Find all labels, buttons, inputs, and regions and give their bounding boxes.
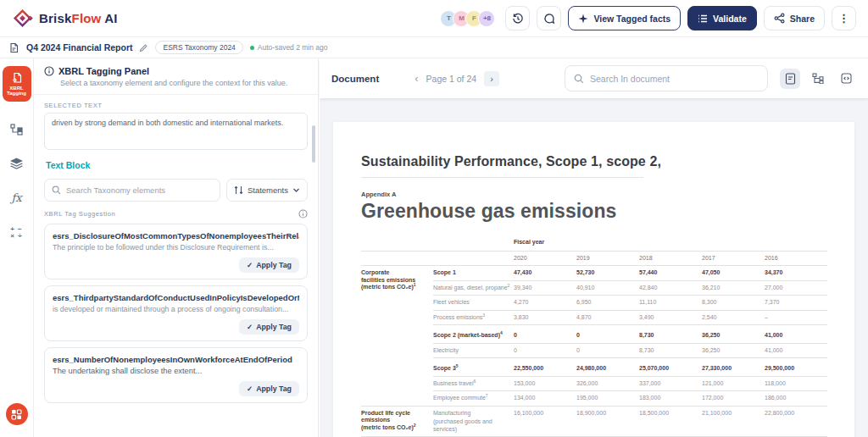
sidebar-item-taxonomy-tree[interactable] [10,124,24,136]
table-cell: 39,340 [514,280,576,296]
sidebar-item-formulas[interactable]: ƒx [11,191,21,204]
table-cell: 3,490 [639,310,702,325]
emissions-table: Fiscal year20202019201820172016Corporate… [361,235,827,437]
apply-tag-button[interactable]: Apply Tag [239,319,299,335]
table-cell: 22,800,000 [765,406,827,437]
info-icon[interactable] [298,209,308,218]
floating-action-button[interactable] [6,403,28,425]
brand-logo: BriskFlow AI [12,8,118,29]
more-options-button[interactable]: ⋮ [832,6,856,30]
table-cell: 3,830 [514,310,576,325]
taxonomy-search [44,179,220,202]
document-title: Q4 2024 Financial Report [26,42,132,53]
xbrl-tag-document-icon [11,72,23,84]
table-cell: 0 [576,325,639,344]
sidebar-item-xbrl-tagging[interactable]: XBRL Tagging [3,66,31,102]
table-cell: 57,440 [639,266,702,281]
table-cell [361,235,514,251]
table-cell: Scope 35 [433,358,514,377]
table-cell: Natural gas, diesel, propane2 [433,280,514,296]
table-cell: 41,000 [765,343,827,358]
taxonomy-search-input[interactable] [66,185,213,195]
document-view-icon [785,73,796,85]
next-page-button[interactable]: › [484,71,499,86]
table-cell: Process emissions3 [433,310,514,325]
document-canvas[interactable]: Sustainability Performance, Scope 1, sco… [320,98,868,437]
suggestions-label: XBRL Tag Suggestion [44,210,115,218]
suggestion-description: The principle to be followed under this … [53,243,299,252]
briskflow-logo-icon [12,8,33,29]
statements-dropdown[interactable]: Statements [226,179,308,202]
heading-divider [361,177,643,178]
document-search-input[interactable] [590,74,759,84]
table-cell: Electricity [433,343,514,358]
table-cell: 134,000 [514,391,576,407]
edit-pencil-icon[interactable] [139,43,148,53]
apply-tag-button[interactable]: Apply Tag [239,257,299,273]
code-icon [841,73,852,84]
panel-scrollbar[interactable] [312,125,315,163]
table-cell: 337,000 [639,376,702,391]
table-cell: 121,000 [702,376,765,391]
search-icon [52,185,61,195]
table-cell: 2019 [576,251,639,266]
table-cell: 27,000 [765,280,827,296]
selected-text-label: SELECTED TEXT [44,102,308,109]
share-label: Share [790,14,815,24]
document-toolbar: Document ‹ Page 1 of 24 › [320,58,868,98]
validate-button[interactable]: Validate [687,6,757,30]
table-cell: 29,500,000 [765,358,827,377]
table-cell: 2,540 [702,310,765,325]
page-view-button[interactable] [780,69,800,89]
sparkle-icon [578,14,588,24]
collaborator-avatars[interactable]: T M F +8 [440,10,495,27]
brand-name: BriskFlow AI [39,11,118,25]
table-cell: 27,330,000 [702,358,765,377]
comments-button[interactable] [537,6,561,30]
apply-tag-button[interactable]: Apply Tag [239,381,299,396]
table-cell: 2020 [514,251,576,266]
table-cell: 6,950 [576,296,639,311]
document-page: Sustainability Performance, Scope 1, sco… [333,122,854,437]
sidebar-item-calculations[interactable]: + −× ÷ [10,226,23,240]
share-button[interactable]: Share [764,6,825,30]
tree-structure-icon [10,124,24,136]
avatar-overflow-count[interactable]: +8 [478,10,495,27]
tag-suggestion-card: esrs_NumberOfNonemployeesInOwnWorkforceA… [44,347,308,403]
app-window: { "accent_colors": {"primary_orange": "#… [0,0,868,437]
code-view-button[interactable] [836,69,856,89]
tag-suggestion-card: esrs_DisclosureOfMostCommonTypesOfNonemp… [44,224,308,279]
tag-suggestion-card: esrs_ThirdpartyStandardOfConductUsedInPo… [44,285,308,341]
document-bar: Q4 2024 Financial Report ESRS Taxonomy 2… [0,37,868,58]
autosave-status: Auto-saved 2 min ago [250,43,328,52]
table-cell [361,251,514,266]
apply-tag-label: Apply Tag [256,384,292,393]
table-cell: 7,370 [765,296,827,311]
table-cell: Corporatefacilities emissions(metric ton… [361,266,433,407]
previous-page-button[interactable]: ‹ [415,73,418,84]
chevron-down-icon [292,186,300,194]
view-tagged-facts-button[interactable]: View Tagged facts [568,6,681,30]
table-cell: 8,300 [702,296,765,311]
sidebar-item-layers[interactable] [9,158,24,169]
kebab-icon: ⋮ [838,12,849,25]
selected-text-area[interactable]: driven by strong demand in both domestic… [44,113,308,150]
structure-view-button[interactable] [808,69,828,89]
table-cell: 21,100,000 [702,406,765,437]
document-search [565,65,768,91]
check-icon [247,261,253,269]
history-button[interactable] [505,6,530,30]
table-cell: 40,910 [576,280,639,296]
table-cell: 195,000 [576,391,639,407]
table-cell: – [765,310,827,325]
table-cell: 2016 [765,251,827,266]
text-block-link[interactable]: Text Block [46,160,90,170]
statements-label: Statements [248,185,288,195]
panel-title: XBRL Tagging Panel [58,66,149,76]
table-cell: 183,000 [639,391,702,407]
table-cell: 25,070,000 [639,358,702,377]
table-cell: 47,050 [702,266,765,281]
view-mode-icons [780,69,856,89]
page-indicator: Page 1 of 24 [426,74,477,84]
table-cell: 8,730 [639,325,702,344]
